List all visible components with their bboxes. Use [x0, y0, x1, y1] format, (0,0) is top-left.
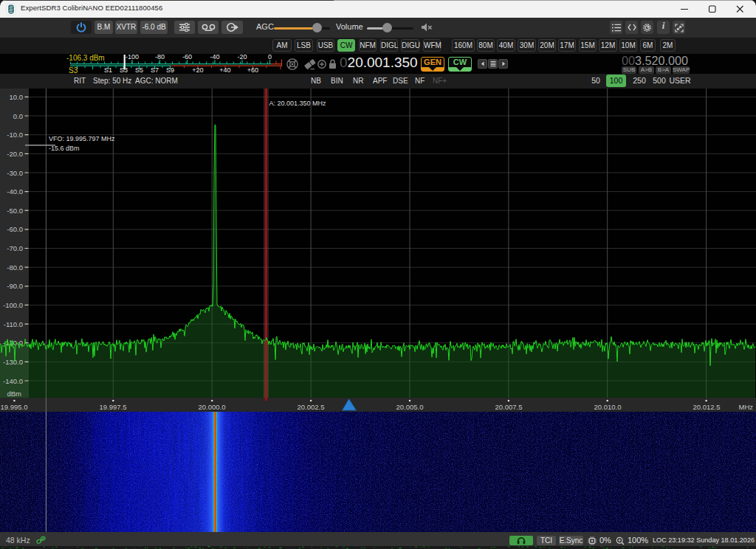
svg-text:-10.0: -10.0 — [7, 131, 23, 139]
svg-text:20.012.5: 20.012.5 — [693, 403, 721, 411]
svg-text:+40: +40 — [219, 66, 230, 74]
svg-text:VFO: 19.995.797 MHz: VFO: 19.995.797 MHz — [49, 135, 115, 142]
svg-text:S3: S3 — [120, 66, 128, 74]
svg-text:-70.0: -70.0 — [7, 244, 23, 252]
svg-text:-80: -80 — [155, 54, 165, 61]
svg-text:-20.0: -20.0 — [7, 150, 23, 158]
svg-text:-15.6 dBm: -15.6 dBm — [49, 145, 80, 152]
svg-text:-60: -60 — [182, 54, 192, 61]
svg-text:20.002.5: 20.002.5 — [298, 403, 325, 411]
svg-text:19.995.0: 19.995.0 — [1, 403, 28, 411]
svg-text:S1: S1 — [104, 66, 112, 74]
svg-text:19.997.5: 19.997.5 — [100, 403, 127, 411]
svg-text:-130.0: -130.0 — [3, 358, 23, 366]
svg-text:-50.0: -50.0 — [7, 207, 23, 215]
svg-text:MHz: MHz — [738, 403, 753, 411]
svg-text:0.0: 0.0 — [13, 112, 23, 120]
svg-text:10.0: 10.0 — [10, 93, 24, 101]
svg-text:-100.0: -100.0 — [3, 301, 23, 309]
svg-text:dBm: dBm — [7, 390, 21, 398]
svg-text:-60.0: -60.0 — [7, 225, 23, 233]
svg-text:20.010.0: 20.010.0 — [594, 403, 622, 411]
svg-text:+60: +60 — [247, 66, 258, 74]
svg-text:S3: S3 — [69, 66, 78, 75]
svg-text:S5: S5 — [135, 66, 143, 74]
svg-text:0: 0 — [268, 54, 272, 61]
svg-text:20.005.0: 20.005.0 — [396, 403, 424, 411]
svg-text:-140.0: -140.0 — [3, 377, 23, 385]
svg-text:-106.3 dBm: -106.3 dBm — [66, 54, 105, 62]
svg-text:S7: S7 — [151, 66, 159, 74]
svg-text:20.007.5: 20.007.5 — [495, 403, 523, 411]
svg-text:-110.0: -110.0 — [4, 320, 23, 328]
svg-text:-40.0: -40.0 — [7, 187, 23, 196]
svg-text:+20: +20 — [192, 66, 203, 74]
svg-text:-20: -20 — [237, 54, 247, 61]
svg-text:A: 20.001.350 MHz: A: 20.001.350 MHz — [269, 100, 327, 107]
svg-text:-80.0: -80.0 — [7, 263, 23, 272]
svg-text:S9: S9 — [166, 66, 174, 74]
svg-text:-100: -100 — [126, 54, 139, 61]
svg-text:-40: -40 — [210, 54, 219, 61]
svg-text:-90.0: -90.0 — [7, 282, 23, 290]
svg-text:-30.0: -30.0 — [7, 169, 23, 177]
svg-text:20.000.0: 20.000.0 — [199, 403, 226, 411]
